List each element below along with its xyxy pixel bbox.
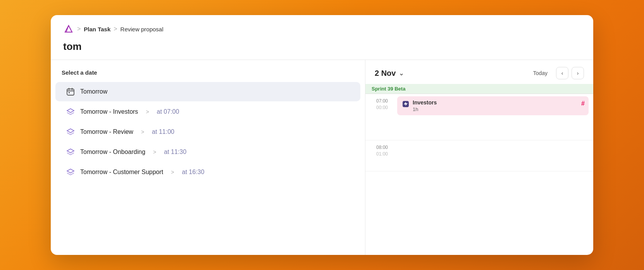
breadcrumb: > Plan Task > Review proposal [51, 15, 593, 39]
svg-rect-0 [67, 89, 74, 95]
content-row: Select a date Tomorrow [51, 60, 593, 255]
time-content-08 [393, 140, 593, 171]
breadcrumb-sep-2: > [114, 26, 117, 32]
page-title: tom [51, 39, 593, 60]
layers-icon-customer-support [66, 168, 75, 176]
list-item-investors-label: Tomorrow - Investors [80, 108, 138, 115]
arrow-icon-investors: > [146, 109, 149, 115]
list-item-investors-time: at 07:00 [157, 108, 179, 115]
section-title: Select a date [51, 69, 365, 82]
time-label-07: 07:00 00:00 [365, 94, 393, 140]
app-logo[interactable] [63, 24, 74, 34]
calendar-body: Sprint 39 Beta 07:00 00:00 [365, 84, 593, 255]
time-block-08: 08:00 01:00 [365, 140, 593, 171]
svg-rect-1 [69, 92, 70, 93]
breadcrumb-plan-task[interactable]: Plan Task [84, 26, 110, 32]
time-07-main: 07:00 [370, 98, 388, 104]
event-hash-icon: # [581, 100, 585, 107]
time-content-07: Investors 1h # [393, 94, 593, 140]
month-label: 2 Nov [375, 69, 396, 78]
time-07-sub: 00:00 [370, 104, 388, 111]
calendar-nav: Today ‹ › [528, 67, 584, 79]
event-investors-title: Investors [413, 99, 584, 106]
breadcrumb-sep-1: > [77, 26, 81, 32]
next-button[interactable]: › [572, 67, 584, 79]
arrow-icon-review: > [141, 129, 144, 135]
list-item-review-label: Tomorrow - Review [80, 128, 133, 135]
calendar-icon [66, 87, 75, 96]
event-investors[interactable]: Investors 1h # [397, 96, 589, 115]
list-item-customer-support-label: Tomorrow - Customer Support [80, 169, 163, 176]
time-block-07: 07:00 00:00 Investor [365, 94, 593, 140]
main-window: > Plan Task > Review proposal tom Select… [51, 15, 593, 255]
list-item-review[interactable]: Tomorrow - Review > at 11:00 [55, 122, 360, 142]
event-icon-investors [402, 100, 410, 108]
today-button[interactable]: Today [528, 68, 553, 78]
time-label-08: 08:00 01:00 [365, 140, 393, 171]
time-08-main: 08:00 [370, 144, 388, 151]
breadcrumb-current: Review proposal [121, 26, 164, 32]
list-item-review-time: at 11:00 [152, 128, 174, 135]
layers-icon-review [66, 128, 75, 136]
right-panel: 2 Nov ⌄ Today ‹ › Sprint 39 Beta 07:00 0… [365, 60, 593, 255]
list-item-tomorrow[interactable]: Tomorrow [55, 82, 360, 101]
arrow-icon-customer-support: > [171, 169, 174, 175]
calendar-header: 2 Nov ⌄ Today ‹ › [365, 60, 593, 84]
month-chevron-icon[interactable]: ⌄ [399, 70, 404, 77]
layers-icon-onboarding [66, 148, 75, 156]
list-item-customer-support-time: at 16:30 [182, 169, 204, 176]
time-08-sub: 01:00 [370, 151, 388, 157]
layers-icon-investors [66, 108, 75, 116]
list-item-onboarding[interactable]: Tomorrow - Onboarding > at 11:30 [55, 142, 360, 162]
list-item-onboarding-label: Tomorrow - Onboarding [80, 149, 145, 156]
list-item-customer-support[interactable]: Tomorrow - Customer Support > at 16:30 [55, 162, 360, 182]
list-item-tomorrow-label: Tomorrow [80, 88, 107, 95]
calendar-month: 2 Nov ⌄ [375, 69, 404, 78]
list-item-onboarding-time: at 11:30 [164, 149, 186, 156]
prev-button[interactable]: ‹ [556, 67, 568, 79]
event-investors-duration: 1h [413, 106, 584, 112]
sprint-bar: Sprint 39 Beta [365, 84, 593, 94]
list-item-investors[interactable]: Tomorrow - Investors > at 07:00 [55, 102, 360, 121]
left-panel: Select a date Tomorrow [51, 60, 365, 255]
event-investors-content: Investors 1h [413, 99, 584, 112]
arrow-icon-onboarding: > [153, 149, 156, 155]
